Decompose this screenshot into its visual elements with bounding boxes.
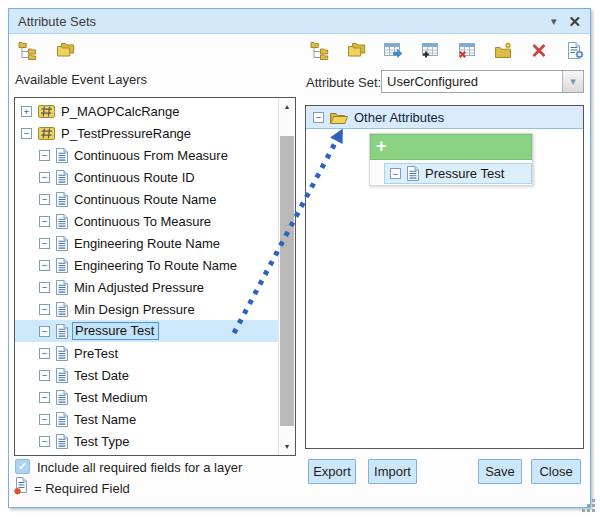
field-icon	[56, 170, 68, 185]
title-bar[interactable]: Attribute Sets ▾ ✕	[9, 9, 590, 34]
drag-item-label: Pressure Test	[425, 166, 504, 181]
tree-item-layer[interactable]: − P_TestPressureRange	[15, 122, 278, 144]
event-layer-icon	[38, 105, 55, 118]
collapse-icon[interactable]: −	[39, 392, 50, 403]
export-button[interactable]: Export	[308, 459, 356, 484]
event-layers-tree: + P_MAOPCalcRange − P_TestPressureRange …	[15, 100, 278, 452]
close-icon[interactable]: ✕	[568, 14, 581, 29]
tree-item-label: PreTest	[74, 346, 118, 361]
layer-tree-icon[interactable]	[309, 40, 331, 60]
tree-item-label: P_MAOPCalcRange	[61, 104, 180, 119]
tree-item-field[interactable]: − Continuous Route Name	[15, 188, 278, 210]
resize-grip[interactable]	[582, 499, 596, 513]
tree-item-field[interactable]: − Engineering Route Name	[15, 232, 278, 254]
collapse-icon[interactable]: −	[39, 348, 50, 359]
field-icon	[56, 192, 68, 207]
report-settings-icon[interactable]	[565, 40, 587, 60]
collapse-icon[interactable]: −	[39, 436, 50, 447]
drag-preview-item: − Pressure Test	[384, 163, 532, 184]
collapse-icon[interactable]: −	[39, 172, 50, 183]
tree-item-label: Engineering To Route Name	[74, 258, 237, 273]
tree-item-label: Test Type	[74, 434, 129, 449]
expand-icon[interactable]: +	[21, 106, 32, 117]
field-icon	[56, 412, 68, 427]
collapse-icon[interactable]: −	[39, 260, 50, 271]
collapse-dialog-icon[interactable]: ▾	[551, 16, 557, 27]
tree-item-label: Continuous To Measure	[74, 214, 211, 229]
tree-item-field-selected[interactable]: − Pressure Test	[15, 320, 278, 342]
collapse-icon[interactable]: −	[21, 128, 32, 139]
tree-item-label: Min Design Pressure	[74, 302, 195, 317]
tree-item-field[interactable]: − Continuous Route ID	[15, 166, 278, 188]
dialog-title: Attribute Sets	[18, 14, 96, 29]
tree-item-field[interactable]: − Test Medium	[15, 386, 278, 408]
close-button[interactable]: Close	[531, 459, 581, 484]
tree-item-field[interactable]: − Min Adjusted Pressure	[15, 276, 278, 298]
attribute-set-value: UserConfigured	[382, 71, 562, 92]
layer-tree-icon[interactable]	[17, 40, 39, 60]
include-required-checkbox[interactable]: ✓	[15, 459, 30, 474]
field-icon	[56, 302, 68, 317]
available-event-layers-heading: Available Event Layers	[15, 72, 147, 87]
import-button[interactable]: Import	[368, 459, 417, 484]
collapse-icon[interactable]: −	[39, 194, 50, 205]
collapse-icon[interactable]: −	[313, 112, 324, 123]
attribute-set-panel: − Other Attributes + − Pressure Test	[305, 105, 584, 449]
table-remove-icon[interactable]	[455, 40, 477, 60]
folder-new-icon[interactable]	[492, 40, 514, 60]
table-export-icon[interactable]	[382, 40, 404, 60]
scrollbar-thumb[interactable]	[280, 136, 294, 426]
left-toolbar	[17, 40, 77, 60]
tree-item-field[interactable]: − PreTest	[15, 342, 278, 364]
right-toolbar	[309, 40, 587, 60]
tree-item-field[interactable]: − Test Date	[15, 364, 278, 386]
collapse-icon[interactable]: −	[39, 238, 50, 249]
drop-indicator: +	[370, 134, 532, 160]
field-icon	[56, 236, 68, 251]
tree-item-field[interactable]: − Continuous To Measure	[15, 210, 278, 232]
table-add-icon[interactable]	[419, 40, 441, 60]
available-layers-panel: + P_MAOPCalcRange − P_TestPressureRange …	[14, 97, 296, 456]
field-icon	[56, 346, 68, 361]
screen: Attribute Sets ▾ ✕ Available Event Layer…	[0, 0, 600, 517]
scroll-down-icon[interactable]: ▼	[279, 439, 295, 454]
group-row-other-attributes[interactable]: − Other Attributes	[306, 106, 583, 129]
field-icon	[56, 368, 68, 383]
tree-item-label: P_TestPressureRange	[61, 126, 191, 141]
collapse-icon[interactable]: −	[39, 370, 50, 381]
collapse-icon[interactable]: −	[39, 414, 50, 425]
tree-item-field[interactable]: − Test Name	[15, 408, 278, 430]
scroll-up-icon[interactable]: ▲	[279, 99, 295, 114]
attribute-set-dropdown[interactable]: UserConfigured ▾	[381, 70, 584, 93]
event-layer-icon	[38, 127, 55, 140]
collapse-icon[interactable]: −	[39, 326, 50, 337]
tree-item-field[interactable]: − Min Design Pressure	[15, 298, 278, 320]
open-folders-icon[interactable]	[55, 40, 77, 60]
group-label: Other Attributes	[354, 110, 444, 125]
tree-item-label: Continuous Route Name	[74, 192, 216, 207]
save-button[interactable]: Save	[478, 459, 522, 484]
tree-item-label: Pressure Test	[72, 322, 159, 340]
chevron-down-icon[interactable]: ▾	[562, 71, 583, 92]
drag-preview-card: + − Pressure Test	[369, 133, 533, 186]
collapse-icon[interactable]: −	[39, 216, 50, 227]
delete-icon[interactable]	[528, 40, 550, 60]
collapse-icon[interactable]: −	[39, 282, 50, 293]
field-icon	[56, 148, 68, 163]
tree-item-field[interactable]: − Test Type	[15, 430, 278, 452]
collapse-icon[interactable]: −	[39, 150, 50, 161]
open-folder-icon	[330, 111, 348, 124]
attribute-sets-dialog: Attribute Sets ▾ ✕ Available Event Layer…	[8, 8, 591, 508]
tree-item-layer[interactable]: + P_MAOPCalcRange	[15, 100, 278, 122]
tree-item-field[interactable]: − Continuous From Measure	[15, 144, 278, 166]
field-icon	[56, 258, 68, 273]
tree-item-label: Continuous Route ID	[74, 170, 195, 185]
open-folders-icon[interactable]	[346, 40, 368, 60]
field-icon	[56, 280, 68, 295]
collapse-icon[interactable]: −	[39, 304, 50, 315]
field-icon	[56, 324, 68, 339]
vertical-scrollbar[interactable]: ▲ ▼	[278, 98, 295, 455]
field-icon	[56, 434, 68, 449]
collapse-icon: −	[390, 168, 401, 179]
tree-item-field[interactable]: − Engineering To Route Name	[15, 254, 278, 276]
